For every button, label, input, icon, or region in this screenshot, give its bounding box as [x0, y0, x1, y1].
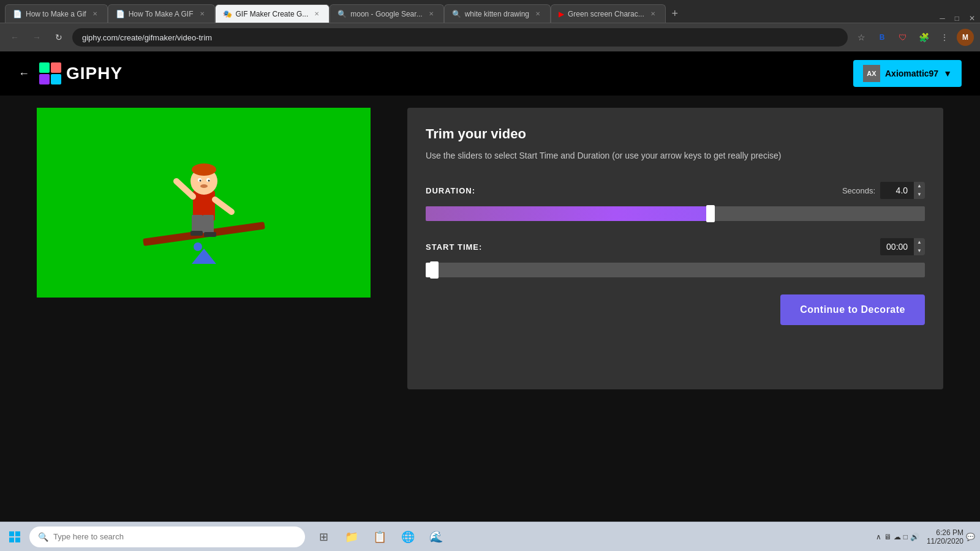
edge-icon[interactable]: 🌊	[424, 525, 448, 549]
taskbar-time-display: 6:26 PM	[927, 528, 963, 537]
taskbar-search-box[interactable]: 🔍	[29, 527, 305, 547]
tab-4-favicon: 🔍	[337, 10, 347, 18]
duration-slider-track[interactable]	[426, 206, 925, 221]
duration-up[interactable]: ▲	[914, 182, 925, 190]
chrome-icon[interactable]: 🌐	[396, 525, 420, 549]
bitwarden-icon[interactable]: B	[873, 29, 891, 46]
notes-icon[interactable]: 📋	[368, 525, 392, 549]
tab-5-close[interactable]: ✕	[533, 9, 543, 19]
cloud-icon[interactable]: ☁	[894, 533, 901, 541]
giphy-logo: GIPHY	[39, 62, 123, 84]
taskbar-network-icon[interactable]: 🖥	[884, 533, 891, 541]
windows-logo-icon	[9, 531, 21, 543]
duration-down[interactable]: ▼	[914, 190, 925, 199]
adblock-icon[interactable]: 🛡	[894, 29, 911, 46]
tab-3-label: GIF Maker Create G...	[236, 10, 309, 18]
taskbar-search-input[interactable]	[53, 532, 296, 541]
duration-spinner: ▲ ▼	[914, 182, 925, 199]
user-avatar: AX	[863, 65, 880, 82]
tab-1-favicon: 📄	[13, 10, 22, 18]
tab-6[interactable]: ▶ Green screen Charac... ✕	[551, 4, 666, 23]
user-dropdown-icon: ▼	[943, 69, 952, 78]
svg-point-12	[199, 180, 201, 182]
duration-input-wrap: ▲ ▼	[880, 182, 925, 199]
tab-2-label: How To Make A GIF	[129, 10, 194, 18]
taskbar-right: ∧ 🖥 ☁ □ 🔊 6:26 PM 11/20/2020 💬	[876, 528, 980, 545]
duration-label: DURATION:	[426, 186, 475, 195]
continue-button-wrap: Continue to Decorate	[426, 294, 925, 325]
svg-rect-18	[15, 531, 20, 536]
start-time-slider-track[interactable]	[426, 263, 925, 277]
tab-4-close[interactable]: ✕	[426, 9, 436, 19]
tab-4-label: moon - Google Sear...	[350, 10, 422, 18]
tab-3-close[interactable]: ✕	[312, 9, 322, 19]
start-time-input[interactable]	[880, 238, 914, 255]
duration-slider-fill	[426, 206, 710, 221]
svg-rect-17	[9, 531, 14, 536]
task-view-icon[interactable]: ⊞	[311, 525, 336, 549]
tab-5[interactable]: 🔍 white kitten drawing ✕	[444, 4, 551, 23]
tab-4[interactable]: 🔍 moon - Google Sear... ✕	[330, 4, 443, 23]
svg-rect-20	[15, 538, 20, 542]
extensions-icon[interactable]: 🧩	[915, 29, 932, 46]
tab-2-close[interactable]: ✕	[197, 9, 207, 19]
trim-description: Use the sliders to select Start Time and…	[426, 149, 925, 162]
main-content: ← GIPHY AX Axiomattic97 ▼	[0, 51, 980, 522]
video-preview	[37, 108, 371, 298]
tab-1-label: How to Make a Gif	[26, 10, 86, 18]
speaker-icon[interactable]: 🔊	[910, 533, 919, 541]
reload-button[interactable]: ↻	[50, 29, 67, 46]
profile-button[interactable]: M	[957, 29, 974, 46]
duration-section: DURATION: Seconds: ▲ ▼	[426, 182, 925, 221]
display-icon[interactable]: □	[903, 533, 908, 541]
start-time-slider-thumb[interactable]	[430, 261, 439, 279]
bookmark-icon[interactable]: ☆	[853, 29, 870, 46]
taskbar-date-display: 11/20/2020	[927, 537, 963, 545]
taskbar-clock[interactable]: 6:26 PM 11/20/2020	[927, 528, 963, 545]
giphy-logo-text: GIPHY	[66, 64, 123, 83]
file-explorer-icon[interactable]: 📁	[339, 525, 364, 549]
duration-input[interactable]	[880, 182, 914, 199]
start-time-label: START TIME:	[426, 242, 482, 252]
header-left: ← GIPHY	[18, 62, 123, 84]
page-body: Trim your video Use the sliders to selec…	[0, 96, 980, 522]
forward-button[interactable]: →	[28, 29, 45, 46]
trim-title: Trim your video	[426, 126, 925, 142]
system-tray-icons: ∧ 🖥 ☁ □ 🔊	[876, 533, 919, 541]
tab-6-favicon: ▶	[559, 10, 564, 18]
svg-point-2	[194, 242, 202, 251]
giphy-header: ← GIPHY AX Axiomattic97 ▼	[0, 51, 980, 96]
tab-1-close[interactable]: ✕	[90, 9, 100, 19]
svg-point-14	[200, 184, 208, 188]
chevron-up-icon[interactable]: ∧	[876, 533, 881, 541]
window-maximize[interactable]: □	[950, 14, 964, 23]
svg-line-16	[215, 200, 232, 212]
notification-icon[interactable]: 💬	[966, 533, 975, 541]
back-arrow-button[interactable]: ←	[18, 67, 29, 80]
tab-3[interactable]: 🎭 GIF Maker Create G... ✕	[215, 4, 330, 23]
new-tab-button[interactable]: +	[666, 4, 684, 23]
toolbar-icons: ☆ B 🛡 🧩 ⋮ M	[853, 29, 974, 46]
window-close[interactable]: ✕	[964, 14, 980, 23]
taskbar-app-icons: ⊞ 📁 📋 🌐 🌊	[311, 525, 448, 549]
continue-to-decorate-button[interactable]: Continue to Decorate	[780, 294, 925, 325]
address-input[interactable]	[72, 28, 848, 47]
svg-point-9	[192, 163, 216, 176]
tab-bar: 📄 How to Make a Gif ✕ 📄 How To Make A GI…	[0, 0, 980, 23]
duration-input-group: Seconds: ▲ ▼	[842, 182, 925, 199]
menu-icon[interactable]: ⋮	[936, 29, 953, 46]
tab-1[interactable]: 📄 How to Make a Gif ✕	[5, 4, 108, 23]
user-menu-button[interactable]: AX Axiomattic97 ▼	[853, 60, 962, 87]
taskbar: 🔍 ⊞ 📁 📋 🌐 🌊 ∧ 🖥 ☁ □ 🔊 6:26 PM 11/20/2020…	[0, 522, 980, 551]
back-button[interactable]: ←	[6, 29, 23, 46]
tab-2[interactable]: 📄 How To Make A GIF ✕	[108, 4, 215, 23]
tab-6-close[interactable]: ✕	[648, 9, 658, 19]
window-minimize[interactable]: ─	[935, 14, 950, 23]
svg-rect-7	[204, 232, 216, 237]
svg-marker-1	[192, 249, 216, 264]
svg-rect-19	[9, 538, 14, 542]
start-button[interactable]	[0, 522, 29, 552]
start-time-up[interactable]: ▲	[914, 238, 925, 247]
duration-slider-thumb[interactable]	[706, 205, 715, 222]
start-time-down[interactable]: ▼	[914, 247, 925, 255]
